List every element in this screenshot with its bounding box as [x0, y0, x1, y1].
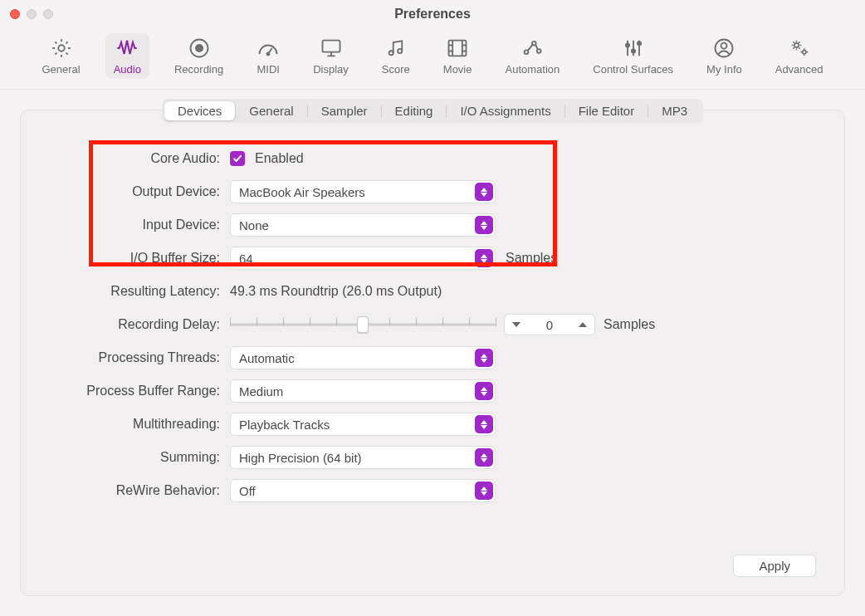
summing-select[interactable]: High Precision (64 bit) — [230, 446, 496, 469]
recording-delay-slider[interactable] — [230, 315, 496, 334]
toolbar-tab-midi[interactable]: MIDI — [248, 33, 288, 79]
svg-rect-4 — [322, 41, 340, 52]
recording-delay-suffix: Samples — [604, 317, 655, 332]
svg-point-17 — [802, 51, 805, 54]
toolbar-label: Recording — [174, 63, 223, 76]
select-caret-icon — [475, 249, 493, 267]
audio-panel: Devices General Sampler Editing I/O Assi… — [20, 110, 845, 596]
close-window-button[interactable] — [10, 9, 20, 19]
svg-point-15 — [721, 43, 727, 49]
input-device-label: Input Device: — [46, 218, 220, 232]
toolbar-tab-score[interactable]: Score — [374, 33, 418, 79]
multithreading-select[interactable]: Playback Tracks — [230, 413, 496, 436]
toolbar-tab-audio[interactable]: Audio — [105, 33, 149, 79]
gears-icon — [788, 37, 811, 60]
toolbar-tab-display[interactable]: Display — [305, 33, 357, 79]
io-buffer-row: I/O Buffer Size: 64 Samples — [46, 246, 819, 271]
toolbar-label: My Info — [706, 63, 742, 76]
recording-delay-label: Recording Delay: — [46, 317, 220, 332]
monitor-icon — [320, 37, 343, 60]
svg-point-3 — [267, 52, 270, 55]
processing-threads-label: Processing Threads: — [46, 350, 220, 365]
recording-delay-value: 0 — [528, 318, 571, 332]
select-caret-icon — [475, 349, 493, 367]
rewire-select[interactable]: Off — [230, 479, 496, 502]
io-buffer-select[interactable]: 64 — [230, 247, 496, 270]
core-audio-label: Core Audio: — [46, 151, 220, 166]
recording-delay-row: Recording Delay: — [46, 312, 819, 337]
select-caret-icon — [475, 448, 493, 467]
svg-point-0 — [58, 45, 64, 51]
gear-icon — [50, 37, 73, 60]
rewire-value: Off — [239, 484, 256, 498]
toolbar-label: Automation — [506, 63, 560, 76]
summing-row: Summing: High Precision (64 bit) — [46, 445, 819, 470]
summing-label: Summing: — [46, 450, 220, 465]
devices-form: Core Audio: Enabled Output Device: MacBo… — [46, 146, 819, 503]
toolbar-label: Display — [313, 63, 349, 76]
svg-point-13 — [638, 42, 641, 45]
process-buffer-range-value: Medium — [239, 384, 283, 398]
waveform-icon — [115, 37, 139, 60]
processing-threads-value: Automatic — [239, 351, 295, 365]
window-controls — [10, 9, 53, 19]
toolbar-label: Control Surfaces — [593, 63, 673, 76]
select-caret-icon — [475, 482, 493, 500]
svg-point-2 — [195, 45, 202, 51]
resulting-latency-row: Resulting Latency: 49.3 ms Roundtrip (26… — [46, 279, 819, 304]
toolbar-tab-movie[interactable]: Movie — [435, 33, 481, 79]
processing-threads-row: Processing Threads: Automatic — [46, 345, 819, 370]
subtab-mp3[interactable]: MP3 — [648, 101, 701, 120]
subtab-sampler[interactable]: Sampler — [308, 101, 381, 120]
processing-threads-select[interactable]: Automatic — [230, 346, 496, 369]
svg-point-16 — [794, 43, 799, 47]
slider-thumb[interactable] — [357, 316, 369, 333]
toolbar-tab-recording[interactable]: Recording — [166, 33, 232, 79]
io-buffer-value: 64 — [239, 252, 253, 266]
rewire-row: ReWire Behavior: Off — [46, 478, 819, 503]
recording-delay-stepper[interactable]: 0 — [504, 314, 595, 335]
resulting-latency-label: Resulting Latency: — [46, 284, 220, 299]
record-icon — [188, 37, 211, 60]
process-buffer-range-select[interactable]: Medium — [230, 379, 496, 403]
svg-rect-7 — [449, 41, 467, 56]
person-icon — [712, 37, 735, 60]
process-buffer-range-label: Process Buffer Range: — [46, 384, 220, 398]
subtab-editing[interactable]: Editing — [382, 101, 447, 120]
subtab-devices[interactable]: Devices — [164, 101, 235, 120]
toolbar-label: General — [42, 63, 80, 76]
select-caret-icon — [475, 382, 493, 400]
multithreading-row: Multithreading: Playback Tracks — [46, 412, 819, 437]
process-buffer-range-row: Process Buffer Range: Medium — [46, 379, 819, 403]
toolbar-tab-my-info[interactable]: My Info — [698, 33, 750, 79]
select-caret-icon — [475, 183, 493, 201]
output-device-select[interactable]: MacBook Air Speakers — [230, 180, 496, 203]
toolbar-tab-automation[interactable]: Automation — [497, 33, 569, 79]
svg-point-12 — [632, 49, 635, 52]
input-device-select[interactable]: None — [230, 213, 496, 237]
subtabs: Devices General Sampler Editing I/O Assi… — [46, 99, 819, 123]
toolbar-label: Score — [382, 63, 410, 76]
subtab-io-assignments[interactable]: I/O Assignments — [447, 101, 564, 120]
toolbar-label: Advanced — [775, 63, 823, 76]
minimize-window-button[interactable] — [27, 9, 37, 19]
toolbar-tab-general[interactable]: General — [33, 33, 88, 79]
toolbar-tab-control-surfaces[interactable]: Control Surfaces — [584, 33, 682, 79]
zoom-window-button[interactable] — [43, 9, 53, 19]
subtab-general[interactable]: General — [236, 101, 306, 120]
stepper-up-button[interactable] — [571, 322, 594, 327]
subtab-file-editor[interactable]: File Editor — [565, 101, 648, 120]
film-icon — [446, 37, 469, 60]
stepper-down-button[interactable] — [505, 322, 528, 327]
music-notes-icon — [384, 37, 408, 60]
svg-point-11 — [626, 43, 629, 46]
toolbar-label: Movie — [443, 63, 472, 76]
io-buffer-label: I/O Buffer Size: — [46, 251, 220, 266]
output-device-row: Output Device: MacBook Air Speakers — [46, 179, 819, 204]
core-audio-row: Core Audio: Enabled — [46, 146, 819, 171]
apply-button[interactable]: Apply — [733, 555, 816, 577]
toolbar-tab-advanced[interactable]: Advanced — [767, 33, 832, 79]
select-caret-icon — [475, 216, 493, 234]
preferences-toolbar: General Audio Recording MIDI Display Sco… — [0, 28, 865, 90]
core-audio-checkbox[interactable] — [230, 151, 245, 166]
